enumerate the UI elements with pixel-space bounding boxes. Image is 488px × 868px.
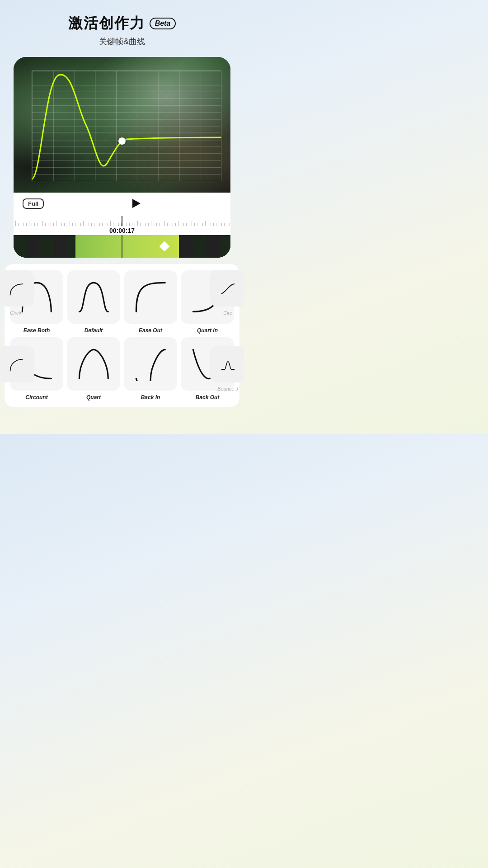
video-bg (14, 57, 230, 193)
play-button[interactable] (130, 197, 143, 210)
back-in-card[interactable] (124, 337, 177, 391)
header-subtitle: 关键帧&曲线 (0, 36, 244, 47)
circin-icon (9, 281, 24, 297)
ease-out-icon (133, 280, 168, 315)
ease-out-label: Ease Out (139, 327, 162, 334)
default-card[interactable] (67, 270, 120, 324)
full-button[interactable]: Full (23, 198, 44, 209)
circin-row2-icon (9, 357, 24, 373)
video-editor: Full 00:00:17 (14, 57, 230, 258)
preset-quart[interactable]: Quart (67, 337, 120, 401)
default-label: Default (84, 327, 103, 334)
bounce-card[interactable] (210, 346, 244, 382)
back-out-label: Back Out (196, 394, 220, 401)
quart-card[interactable] (67, 337, 120, 391)
animation-curve (32, 71, 221, 181)
presets-row1: Ease Both Default Ease Out (10, 270, 234, 334)
side-right: Circ Bounce J (210, 270, 244, 392)
header: 激活创作力 Beta 关键帧&曲线 (0, 0, 244, 52)
preset-ease-out[interactable]: Ease Out (124, 270, 177, 334)
timeline-needle[interactable] (122, 216, 122, 226)
timeline-ruler[interactable] (14, 216, 230, 226)
circ-card[interactable] (210, 270, 244, 307)
circ-icon (220, 281, 236, 297)
presets-row2: Circount Quart Back In (10, 337, 234, 401)
curve-handle[interactable] (118, 137, 126, 145)
controls-bar: Full (14, 193, 230, 214)
back-in-icon (133, 347, 168, 382)
circin-card[interactable] (0, 270, 34, 307)
bounce-label: Bounce J (210, 386, 244, 392)
circin-row2-card[interactable] (0, 346, 34, 382)
circin-label: Circin (0, 310, 34, 316)
preset-back-in[interactable]: Back In (124, 337, 177, 401)
circ-label: Circ (210, 310, 244, 316)
bounce-icon (220, 357, 236, 373)
timeline-strip[interactable] (14, 235, 230, 258)
preset-default[interactable]: Default (67, 270, 120, 334)
strip-left-dark (14, 235, 75, 258)
strip-right-dark (179, 235, 230, 258)
play-icon (132, 199, 141, 208)
presets-panel: Circin Circ Bounce J (5, 264, 239, 407)
header-title: 激活创作力 (68, 14, 145, 33)
quart-icon (76, 347, 111, 382)
circount-label: Circount (25, 394, 47, 401)
timeline-time: 00:00:17 (14, 226, 230, 235)
default-icon (76, 280, 111, 315)
side-left: Circin (0, 270, 34, 386)
back-in-label: Back In (141, 394, 160, 401)
beta-badge: Beta (150, 18, 176, 29)
quart-label: Quart (86, 394, 101, 401)
timeline-section: 00:00:17 (14, 214, 230, 258)
ease-out-card[interactable] (124, 270, 177, 324)
playhead-line (122, 235, 122, 258)
